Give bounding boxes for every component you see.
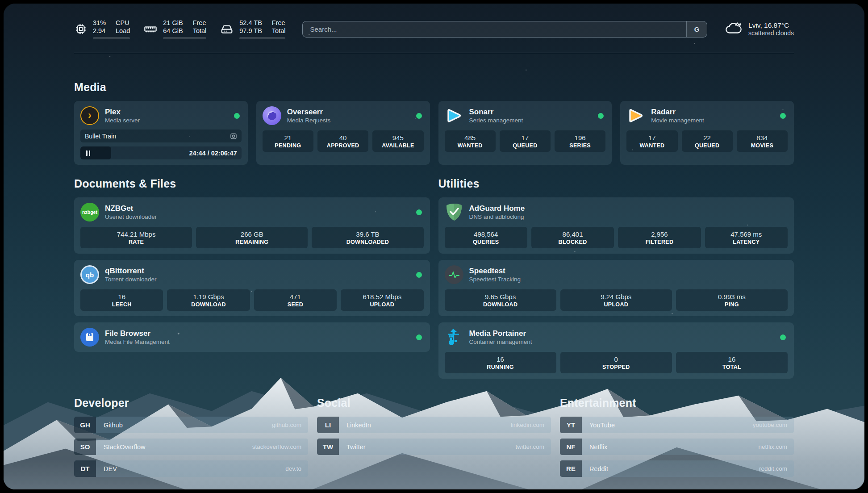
pause-button[interactable] — [85, 149, 91, 158]
status-dot — [416, 113, 422, 119]
bookmark-url: reddit.com — [759, 465, 794, 472]
bookmark-stackoverflow[interactable]: SO StackOverflow stackoverflow.com — [74, 439, 308, 455]
bookmark-url: youtube.com — [753, 422, 794, 428]
card-title: Plex — [105, 108, 121, 116]
stat-stopped: 0STOPPED — [560, 352, 672, 373]
weather-condition: scattered clouds — [748, 29, 794, 37]
section-title-entertainment: Entertainment — [560, 397, 794, 409]
cpu-load-label: Load — [116, 27, 130, 35]
weather-location-temp: Lviv, 16.87°C — [748, 21, 794, 29]
cpu-widget: 31% CPU 2.94 Load — [74, 19, 130, 39]
card-title: Overseerr — [287, 108, 323, 116]
card-subtitle: Movie management — [651, 117, 704, 124]
sonarr-icon — [445, 106, 463, 125]
status-dot — [416, 209, 422, 215]
stat-available: 945AVAILABLE — [372, 130, 423, 152]
bookmark-group-entertainment: Entertainment YT YouTube youtube.com NF … — [560, 397, 794, 477]
plex-playback-time: 24:44 / 02:06:47 — [189, 150, 237, 157]
speedtest-icon — [445, 265, 463, 284]
section-title-utilities: Utilities — [438, 177, 794, 190]
qbittorrent-icon: qb — [80, 265, 99, 284]
bookmark-name: Twitter — [339, 443, 366, 451]
cloud-icon — [724, 21, 743, 38]
memory-free-label: Free — [193, 19, 207, 27]
card-overseerr[interactable]: Overseerr Media Requests 21PENDING 40APP… — [256, 101, 430, 165]
bookmark-netflix[interactable]: NF Netflix netflix.com — [560, 439, 794, 455]
bookmark-github[interactable]: GH Github github.com — [74, 417, 308, 433]
card-portainer[interactable]: Media Portainer Container management 16R… — [438, 322, 794, 379]
card-speedtest[interactable]: Speedtest Speedtest Tracking 9.65 GbpsDO… — [438, 260, 794, 316]
adguard-icon — [445, 203, 463, 221]
card-qbittorrent[interactable]: qb qBittorrent Torrent downloader 16LEEC… — [74, 260, 430, 316]
card-title: NZBGet — [105, 204, 133, 213]
bookmark-name: LinkedIn — [339, 422, 371, 429]
bookmark-abbr: RE — [560, 460, 582, 477]
card-subtitle: Container management — [469, 338, 532, 346]
stat-upload: 9.24 GbpsUPLOAD — [560, 289, 672, 311]
stat-series: 196SERIES — [555, 130, 605, 152]
stat-wanted: 17WANTED — [626, 130, 677, 152]
card-plex[interactable]: › Plex Media server Bullet Train — [74, 101, 248, 165]
system-widgets: 31% CPU 2.94 Load 21 — [74, 19, 285, 39]
section-title-social: Social — [317, 397, 551, 409]
stat-upload: 618.52 MbpsUPLOAD — [341, 289, 423, 311]
cpu-progress-bar — [93, 37, 130, 39]
stat-pending: 21PENDING — [263, 130, 313, 152]
disk-icon — [220, 22, 234, 36]
memory-free-value: 21 GiB — [163, 19, 183, 27]
card-title: File Browser — [105, 329, 150, 338]
stat-download: 9.65 GbpsDOWNLOAD — [445, 289, 556, 311]
card-adguard[interactable]: AdGuard Home DNS and adblocking 498,564Q… — [438, 197, 794, 254]
card-sonarr[interactable]: Sonarr Series management 485WANTED 17QUE… — [438, 101, 612, 165]
plex-now-playing-row: Bullet Train — [80, 130, 242, 142]
search-engine-button[interactable]: G — [686, 21, 707, 37]
section-title-media: Media — [74, 81, 794, 94]
stat-remaining: 266 GBREMAINING — [196, 227, 308, 248]
bookmark-youtube[interactable]: YT YouTube youtube.com — [560, 417, 794, 433]
bookmark-abbr: DT — [74, 460, 96, 477]
disk-free-value: 52.4 TB — [239, 19, 262, 27]
bookmark-url: twitter.com — [515, 443, 551, 450]
card-title: Media Portainer — [469, 329, 526, 338]
bookmark-group-social: Social LI LinkedIn linkedin.com TW Twitt… — [317, 397, 551, 477]
search-input[interactable] — [303, 21, 686, 37]
card-title: Speedtest — [469, 267, 505, 275]
section-title-developer: Developer — [74, 397, 308, 409]
topbar-divider — [74, 53, 794, 53]
bookmark-group-developer: Developer GH Github github.com SO StackO… — [74, 397, 308, 477]
bookmark-twitter[interactable]: TW Twitter twitter.com — [317, 439, 551, 455]
bookmark-name: StackOverflow — [96, 443, 145, 451]
nzbget-icon: nzbget — [80, 203, 99, 221]
card-subtitle: DNS and adblocking — [469, 213, 525, 221]
stat-approved: 40APPROVED — [317, 130, 368, 152]
plex-now-playing-title: Bullet Train — [85, 133, 116, 140]
stat-total: 16TOTAL — [676, 352, 788, 373]
card-radarr[interactable]: Radarr Movie management 17WANTED 22QUEUE… — [620, 101, 794, 165]
camera-icon[interactable] — [230, 133, 237, 140]
stat-seed: 471SEED — [254, 289, 337, 311]
top-bar: 31% CPU 2.94 Load 21 — [74, 17, 794, 41]
card-subtitle: Series management — [469, 117, 523, 124]
bookmark-dev[interactable]: DT DEV dev.to — [74, 460, 308, 477]
stat-leech: 16LEECH — [80, 289, 163, 311]
plex-progress-bar: 24:44 / 02:06:47 — [80, 146, 242, 159]
card-subtitle: Torrent downloader — [105, 276, 157, 283]
card-nzbget[interactable]: nzbget NZBGet Usenet downloader 744.21 M… — [74, 197, 430, 254]
bookmark-linkedin[interactable]: LI LinkedIn linkedin.com — [317, 417, 551, 433]
stat-rate: 744.21 MbpsRATE — [80, 227, 192, 248]
card-filebrowser[interactable]: File Browser Media File Management — [74, 322, 430, 352]
card-title: AdGuard Home — [469, 204, 525, 213]
stat-running: 16RUNNING — [445, 352, 556, 373]
plex-icon: › — [80, 106, 99, 125]
bookmark-name: Github — [96, 422, 123, 429]
search-bar: G — [302, 21, 707, 38]
card-subtitle: Media File Management — [105, 338, 170, 346]
status-dot — [234, 113, 240, 119]
card-subtitle: Speedtest Tracking — [469, 276, 521, 283]
bookmark-reddit[interactable]: RE Reddit reddit.com — [560, 460, 794, 477]
bookmark-url: dev.to — [285, 465, 308, 472]
stat-latency: 47.569 msLATENCY — [705, 227, 788, 248]
disk-total-value: 97.9 TB — [239, 27, 262, 35]
cpu-usage-label: CPU — [116, 19, 130, 27]
status-dot — [416, 272, 422, 278]
